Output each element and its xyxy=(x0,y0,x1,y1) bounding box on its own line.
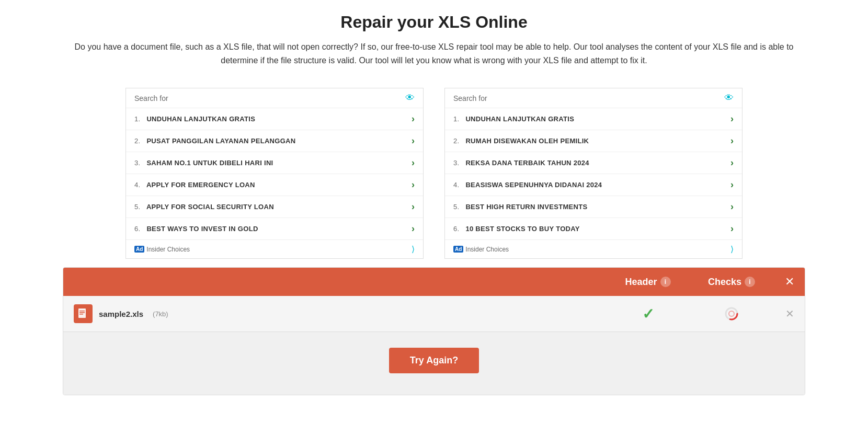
list-item[interactable]: 4. BEASISWA SEPENUHNYA DIDANAI 2024 › xyxy=(445,174,742,196)
file-size: (7kb) xyxy=(153,310,168,318)
arrow-icon: › xyxy=(730,157,734,168)
item-text: 4. BEASISWA SEPENUHNYA DIDANAI 2024 xyxy=(453,181,602,189)
try-again-button[interactable]: Try Again? xyxy=(389,348,479,373)
list-item[interactable]: 6. BEST WAYS TO INVEST IN GOLD › xyxy=(126,218,423,239)
arrow-icon: › xyxy=(730,201,734,212)
left-panel-header: Search for 👁 xyxy=(126,88,423,108)
ad-label: Ad xyxy=(134,246,144,253)
list-item[interactable]: 3. REKSA DANA TERBAIK TAHUN 2024 › xyxy=(445,152,742,174)
results-section: Header i Checks i ✕ sample xyxy=(63,267,805,395)
item-text: 2. RUMAH DISEWAKAN OLEH PEMILIK xyxy=(453,137,589,145)
file-row: sample2.xls (7kb) ✓ ✕ xyxy=(63,296,805,332)
item-text: 3. SAHAM NO.1 UNTUK DIBELI HARI INI xyxy=(134,159,273,167)
right-panel-list: 1. UNDUHAN LANJUTKAN GRATIS › 2. RUMAH D… xyxy=(445,108,742,239)
arrow-icon: › xyxy=(412,113,415,124)
header-col2-label: Checks xyxy=(708,277,741,288)
left-eye-icon: 👁 xyxy=(405,93,415,104)
arrow-icon: › xyxy=(412,135,415,146)
close-header-button[interactable]: ✕ xyxy=(773,275,794,289)
item-text: 5. BEST HIGH RETURN INVESTMENTS xyxy=(453,203,587,211)
list-item[interactable]: 4. APPLY FOR EMERGENCY LOAN › xyxy=(126,174,423,196)
item-text: 1. UNDUHAN LANJUTKAN GRATIS xyxy=(134,115,255,123)
page-description: Do you have a document file, such as a X… xyxy=(68,40,800,67)
list-item[interactable]: 1. UNDUHAN LANJUTKAN GRATIS › xyxy=(445,108,742,130)
list-item[interactable]: 2. RUMAH DISEWAKAN OLEH PEMILIK › xyxy=(445,130,742,152)
item-text: 4. APPLY FOR EMERGENCY LOAN xyxy=(134,181,255,189)
ad-badge: Ad Insider Choices xyxy=(453,246,509,253)
header-col1-label: Header xyxy=(625,277,657,288)
action-row: Try Again? xyxy=(63,332,805,395)
left-panel-list: 1. UNDUHAN LANJUTKAN GRATIS › 2. PUSAT P… xyxy=(126,108,423,239)
page-title: Repair your XLS Online xyxy=(21,13,847,32)
right-panel-header: Search for 👁 xyxy=(445,88,742,108)
item-text: 5. APPLY FOR SOCIAL SECURITY LOAN xyxy=(134,203,274,211)
header-col2: Checks i xyxy=(690,277,773,288)
arrow-icon: › xyxy=(412,157,415,168)
page-wrapper: Repair your XLS Online Do you have a doc… xyxy=(0,0,868,446)
svg-rect-0 xyxy=(78,308,86,318)
list-item[interactable]: 1. UNDUHAN LANJUTKAN GRATIS › xyxy=(126,108,423,130)
svg-point-6 xyxy=(729,311,734,316)
arrow-icon: › xyxy=(412,179,415,190)
header-col1: Header i xyxy=(606,277,690,288)
arrow-icon: › xyxy=(412,201,415,212)
insider-choices-label: Insider Choices xyxy=(146,246,190,253)
list-item[interactable]: 3. SAHAM NO.1 UNTUK DIBELI HARI INI › xyxy=(126,152,423,174)
right-eye-icon: 👁 xyxy=(724,93,734,104)
close-row-button[interactable]: ✕ xyxy=(773,307,794,320)
item-text: 6. BEST WAYS TO INVEST IN GOLD xyxy=(134,225,258,233)
svg-rect-3 xyxy=(79,314,83,315)
arrow-icon: › xyxy=(412,223,415,234)
insider-choices-label: Insider Choices xyxy=(465,246,509,253)
footer-chevron-icon: ⟩ xyxy=(412,244,415,254)
right-panel-footer: Ad Insider Choices ⟩ xyxy=(445,239,742,258)
list-item[interactable]: 2. PUSAT PANGGILAN LAYANAN PELANGGAN › xyxy=(126,130,423,152)
ad-badge: Ad Insider Choices xyxy=(134,246,190,253)
left-panel-footer: Ad Insider Choices ⟩ xyxy=(126,239,423,258)
arrow-icon: › xyxy=(730,179,734,190)
arrow-icon: › xyxy=(730,135,734,146)
left-search-label: Search for xyxy=(134,94,168,102)
ad-panels: Search for 👁 1. UNDUHAN LANJUTKAN GRATIS… xyxy=(0,79,868,267)
list-item[interactable]: 5. APPLY FOR SOCIAL SECURITY LOAN › xyxy=(126,196,423,218)
list-item[interactable]: 5. BEST HIGH RETURN INVESTMENTS › xyxy=(445,196,742,218)
footer-chevron-icon: ⟩ xyxy=(730,244,734,254)
item-text: 3. REKSA DANA TERBAIK TAHUN 2024 xyxy=(453,159,589,167)
svg-rect-1 xyxy=(79,311,85,312)
checks-info-icon[interactable]: i xyxy=(745,277,755,287)
header-check-cell: ✓ xyxy=(606,305,690,323)
ad-label: Ad xyxy=(453,246,463,253)
checks-status-cell xyxy=(690,306,773,321)
pending-indicator xyxy=(724,306,739,321)
header-check-icon: ✓ xyxy=(642,305,654,323)
left-ad-panel: Search for 👁 1. UNDUHAN LANJUTKAN GRATIS… xyxy=(125,88,424,259)
top-section: Repair your XLS Online Do you have a doc… xyxy=(0,0,868,75)
results-header: Header i Checks i ✕ xyxy=(63,268,805,296)
right-search-label: Search for xyxy=(453,94,487,102)
arrow-icon: › xyxy=(730,223,734,234)
file-info: sample2.xls (7kb) xyxy=(74,304,606,323)
item-text: 2. PUSAT PANGGILAN LAYANAN PELANGGAN xyxy=(134,137,295,145)
header-info-icon[interactable]: i xyxy=(660,277,671,287)
file-name: sample2.xls xyxy=(99,310,143,318)
arrow-icon: › xyxy=(730,113,734,124)
list-item[interactable]: 6. 10 BEST STOCKS TO BUY TODAY › xyxy=(445,218,742,239)
item-text: 6. 10 BEST STOCKS TO BUY TODAY xyxy=(453,225,580,233)
file-icon xyxy=(74,304,93,323)
right-ad-panel: Search for 👁 1. UNDUHAN LANJUTKAN GRATIS… xyxy=(444,88,743,259)
svg-rect-2 xyxy=(79,312,85,313)
item-text: 1. UNDUHAN LANJUTKAN GRATIS xyxy=(453,115,574,123)
